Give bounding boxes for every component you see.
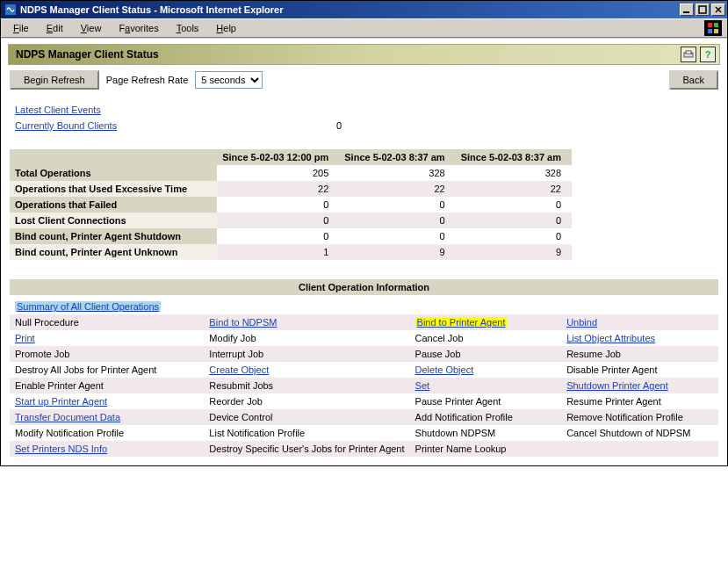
stats-value: 0 [339,213,455,228]
client-operations-grid: Null ProcedureBind to NDPSMBind to Print… [10,314,718,457]
ops-cell: Resume Job [561,346,718,362]
window-title: NDPS Manager Client Status - Microsoft I… [20,4,680,15]
stats-row: Total Operations205328328 [10,165,572,181]
ops-cell: Unbind [561,314,718,330]
window-frame: NDPS Manager Client Status - Microsoft I… [0,0,728,466]
stats-row-label: Bind count, Printer Agent Shutdown [10,228,217,244]
ops-text: Modify Notification Profile [15,428,124,438]
svg-rect-8 [686,51,691,54]
ops-link[interactable]: Set Printers NDS Info [15,444,107,454]
ops-link[interactable]: Start up Printer Agent [15,396,107,407]
ops-link[interactable]: Set [415,380,430,391]
ops-cell: Cancel Job [410,330,562,346]
ops-text: Enable Printer Agent [15,380,104,391]
ops-row: Set Printers NDS InfoDestroy Specific Us… [10,441,718,457]
ops-cell: Enable Printer Agent [10,378,204,393]
ops-text: Destroy Specific User's Jobs for Printer… [209,444,404,454]
stats-value: 0 [339,228,455,244]
ops-cell: Print [10,330,204,346]
ops-link[interactable]: Print [15,333,35,343]
top-links-table: Latest Client Events Currently Bound Cli… [10,102,347,133]
ops-text: Resume Printer Agent [566,396,661,407]
stats-col-2: Since 5-02-03 8:37 am [339,149,455,165]
ops-summary-row: Summary of All Client Operations [10,299,718,314]
stats-value: 0 [456,228,572,244]
close-button[interactable] [711,4,725,16]
stats-value: 0 [456,197,572,213]
menu-favorites[interactable]: Favorites [112,21,165,35]
stats-value: 9 [456,244,572,260]
ops-link[interactable]: Delete Object [415,364,474,375]
stats-value: 0 [217,197,339,213]
ops-cell: Resubmit Jobs [204,378,409,393]
ops-cell: List Object Attributes [561,330,718,346]
ops-row: Start up Printer AgentReorder JobPause P… [10,393,718,409]
ops-cell: Reorder Job [204,393,409,409]
ops-link[interactable]: Transfer Document Data [15,412,120,422]
summary-all-ops-link[interactable]: Summary of All Client Operations [15,301,161,312]
ops-text: Shutdown NDPSM [415,428,496,438]
ops-link[interactable]: Shutdown Printer Agent [566,380,668,391]
titlebar: NDPS Manager Client Status - Microsoft I… [1,1,727,18]
menu-edit[interactable]: Edit [40,21,70,35]
svg-point-9 [691,54,692,54]
stats-row: Lost Client Connections000 [10,213,572,228]
back-button[interactable]: Back [669,70,718,90]
svg-rect-1 [683,11,689,13]
menu-tools[interactable]: Tools [169,21,206,35]
stats-value: 0 [217,228,339,244]
ops-cell: Start up Printer Agent [10,393,204,409]
ops-cell: Pause Printer Agent [410,393,562,409]
latest-client-events-link[interactable]: Latest Client Events [15,105,101,115]
ops-cell: Pause Job [410,346,562,362]
svg-rect-5 [708,29,712,33]
ops-link[interactable]: List Object Attributes [566,333,655,343]
ops-text: Promote Job [15,349,69,359]
stats-col-3: Since 5-02-03 8:37 am [456,149,572,165]
maximize-button[interactable] [696,4,710,16]
ops-cell [561,441,718,457]
ops-cell: Shutdown NDPSM [410,425,562,441]
ops-text: Remove Notification Profile [566,412,683,422]
stats-value: 0 [339,197,455,213]
page-title: NDPS Manager Client Status [16,48,677,61]
menu-help[interactable]: Help [209,21,243,35]
ops-cell: Set [410,378,562,393]
stats-value: 9 [339,244,455,260]
stats-col-1: Since 5-02-03 12:00 pm [217,149,339,165]
toolbar: Begin Refresh Page Refresh Rate 5 second… [10,70,718,90]
help-icon[interactable]: ? [700,47,716,62]
page-header: NDPS Manager Client Status ? [8,44,720,65]
ops-cell: Modify Job [204,330,409,346]
stats-value: 328 [339,165,455,181]
print-preview-icon[interactable] [681,47,696,62]
ops-link[interactable]: Create Object [209,364,269,375]
statistics-table: Since 5-02-03 12:00 pm Since 5-02-03 8:3… [10,149,572,260]
menu-file[interactable]: File [6,21,36,35]
ops-text: Cancel Shutdown of NDPSM [566,428,690,438]
stats-value: 22 [339,181,455,197]
begin-refresh-button[interactable]: Begin Refresh [10,70,99,90]
ops-link[interactable]: Unbind [566,317,597,328]
app-icon [4,4,17,16]
ops-text: Interrupt Job [209,349,263,359]
ops-text: Resubmit Jobs [209,380,273,391]
bound-clients-cell: Currently Bound Clients [10,118,284,133]
stats-row-label: Operations that Failed [10,197,217,213]
minimize-button[interactable] [680,4,694,16]
menu-view[interactable]: View [74,21,109,35]
svg-rect-2 [699,6,706,13]
svg-rect-6 [714,29,718,33]
ops-text: Pause Printer Agent [415,396,501,407]
menubar: File Edit View Favorites Tools Help [1,18,727,38]
refresh-rate-select[interactable]: 5 seconds [195,71,263,89]
ops-text: Disable Printer Agent [566,364,657,375]
ops-row: Modify Notification ProfileList Notifica… [10,425,718,441]
ops-cell: Disable Printer Agent [561,362,718,378]
ops-link[interactable]: Bind to NDPSM [209,317,277,328]
currently-bound-clients-link[interactable]: Currently Bound Clients [15,120,117,131]
ops-cell: Transfer Document Data [10,409,204,425]
stats-row: Bind count, Printer Agent Shutdown000 [10,228,572,244]
refresh-rate-label: Page Refresh Rate [106,75,189,85]
ops-link[interactable]: Bind to Printer Agent [415,317,508,328]
